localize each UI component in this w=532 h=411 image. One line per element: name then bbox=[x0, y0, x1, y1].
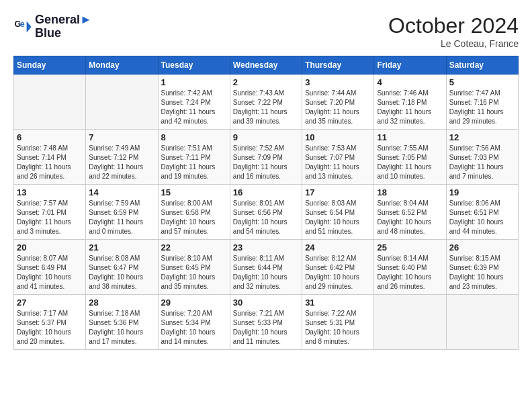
day-info: Sunrise: 7:20 AMSunset: 5:34 PMDaylight:… bbox=[161, 309, 227, 347]
weekday-header: Saturday bbox=[446, 56, 518, 75]
logo-line2: Blue bbox=[35, 27, 92, 40]
day-info: Sunrise: 8:14 AMSunset: 6:40 PMDaylight:… bbox=[377, 254, 443, 291]
calendar-cell: 7Sunrise: 7:49 AMSunset: 7:12 PMDaylight… bbox=[86, 130, 158, 185]
day-info: Sunrise: 8:10 AMSunset: 6:45 PMDaylight:… bbox=[161, 254, 227, 291]
calendar-cell: 31Sunrise: 7:22 AMSunset: 5:31 PMDayligh… bbox=[302, 295, 374, 350]
calendar-cell: 24Sunrise: 8:12 AMSunset: 6:42 PMDayligh… bbox=[302, 240, 374, 295]
day-number: 7 bbox=[89, 132, 154, 142]
day-info: Sunrise: 7:53 AMSunset: 7:07 PMDaylight:… bbox=[305, 144, 371, 181]
day-number: 2 bbox=[233, 77, 299, 87]
calendar-cell: 23Sunrise: 8:11 AMSunset: 6:44 PMDayligh… bbox=[230, 240, 302, 295]
calendar-cell: 20Sunrise: 8:07 AMSunset: 6:49 PMDayligh… bbox=[14, 240, 86, 295]
calendar-cell: 13Sunrise: 7:57 AMSunset: 7:01 PMDayligh… bbox=[14, 185, 86, 240]
calendar-cell: 1Sunrise: 7:42 AMSunset: 7:24 PMDaylight… bbox=[158, 75, 230, 130]
day-number: 12 bbox=[449, 132, 515, 142]
day-info: Sunrise: 8:06 AMSunset: 6:51 PMDaylight:… bbox=[449, 199, 515, 236]
day-info: Sunrise: 7:22 AMSunset: 5:31 PMDaylight:… bbox=[305, 309, 371, 347]
calendar-cell: 28Sunrise: 7:18 AMSunset: 5:36 PMDayligh… bbox=[86, 295, 158, 350]
calendar-cell: 10Sunrise: 7:53 AMSunset: 7:07 PMDayligh… bbox=[302, 130, 374, 185]
calendar-week-row: 1Sunrise: 7:42 AMSunset: 7:24 PMDaylight… bbox=[14, 75, 519, 130]
calendar-week-row: 20Sunrise: 8:07 AMSunset: 6:49 PMDayligh… bbox=[14, 240, 519, 295]
day-info: Sunrise: 7:18 AMSunset: 5:36 PMDaylight:… bbox=[89, 309, 154, 347]
day-info: Sunrise: 7:47 AMSunset: 7:16 PMDaylight:… bbox=[449, 89, 515, 126]
day-info: Sunrise: 7:52 AMSunset: 7:09 PMDaylight:… bbox=[233, 144, 299, 181]
day-number: 16 bbox=[233, 187, 299, 197]
calendar-cell: 18Sunrise: 8:04 AMSunset: 6:52 PMDayligh… bbox=[374, 185, 446, 240]
calendar-week-row: 13Sunrise: 7:57 AMSunset: 7:01 PMDayligh… bbox=[14, 185, 519, 240]
day-info: Sunrise: 7:43 AMSunset: 7:22 PMDaylight:… bbox=[233, 89, 299, 126]
day-number: 11 bbox=[377, 132, 443, 142]
weekday-header: Thursday bbox=[302, 56, 374, 75]
calendar-cell: 22Sunrise: 8:10 AMSunset: 6:45 PMDayligh… bbox=[158, 240, 230, 295]
day-number: 22 bbox=[161, 242, 227, 253]
calendar-cell: 29Sunrise: 7:20 AMSunset: 5:34 PMDayligh… bbox=[158, 295, 230, 350]
day-info: Sunrise: 7:57 AMSunset: 7:01 PMDaylight:… bbox=[17, 199, 83, 236]
day-number: 5 bbox=[449, 77, 515, 87]
day-info: Sunrise: 8:11 AMSunset: 6:44 PMDaylight:… bbox=[233, 254, 299, 291]
title-block: October 2024 Le Coteau, France bbox=[388, 13, 519, 49]
weekday-header: Wednesday bbox=[230, 56, 302, 75]
page-header: G e General► Blue October 2024 Le Coteau… bbox=[13, 13, 519, 49]
calendar-week-row: 6Sunrise: 7:48 AMSunset: 7:14 PMDaylight… bbox=[14, 130, 519, 185]
calendar-cell: 11Sunrise: 7:55 AMSunset: 7:05 PMDayligh… bbox=[374, 130, 446, 185]
calendar-cell: 26Sunrise: 8:15 AMSunset: 6:39 PMDayligh… bbox=[446, 240, 518, 295]
calendar-cell: 8Sunrise: 7:51 AMSunset: 7:11 PMDaylight… bbox=[158, 130, 230, 185]
day-info: Sunrise: 7:49 AMSunset: 7:12 PMDaylight:… bbox=[89, 144, 154, 181]
day-info: Sunrise: 7:55 AMSunset: 7:05 PMDaylight:… bbox=[377, 144, 443, 181]
day-info: Sunrise: 8:07 AMSunset: 6:49 PMDaylight:… bbox=[17, 254, 83, 291]
calendar-cell: 9Sunrise: 7:52 AMSunset: 7:09 PMDaylight… bbox=[230, 130, 302, 185]
logo-line1: General► bbox=[35, 13, 92, 27]
calendar-cell: 27Sunrise: 7:17 AMSunset: 5:37 PMDayligh… bbox=[14, 295, 86, 350]
calendar-cell: 5Sunrise: 7:47 AMSunset: 7:16 PMDaylight… bbox=[446, 75, 518, 130]
day-info: Sunrise: 7:44 AMSunset: 7:20 PMDaylight:… bbox=[305, 89, 371, 126]
weekday-header: Monday bbox=[86, 56, 158, 75]
calendar-week-row: 27Sunrise: 7:17 AMSunset: 5:37 PMDayligh… bbox=[14, 295, 519, 350]
day-info: Sunrise: 7:56 AMSunset: 7:03 PMDaylight:… bbox=[449, 144, 515, 181]
calendar-cell: 14Sunrise: 7:59 AMSunset: 6:59 PMDayligh… bbox=[86, 185, 158, 240]
day-info: Sunrise: 8:03 AMSunset: 6:54 PMDaylight:… bbox=[305, 199, 371, 236]
calendar-cell: 25Sunrise: 8:14 AMSunset: 6:40 PMDayligh… bbox=[374, 240, 446, 295]
calendar-cell bbox=[86, 75, 158, 130]
day-info: Sunrise: 7:17 AMSunset: 5:37 PMDaylight:… bbox=[17, 309, 83, 347]
day-number: 10 bbox=[305, 132, 371, 142]
logo-icon: G e bbox=[13, 17, 32, 36]
day-info: Sunrise: 8:08 AMSunset: 6:47 PMDaylight:… bbox=[89, 254, 154, 291]
calendar-cell: 30Sunrise: 7:21 AMSunset: 5:33 PMDayligh… bbox=[230, 295, 302, 350]
calendar-cell: 17Sunrise: 8:03 AMSunset: 6:54 PMDayligh… bbox=[302, 185, 374, 240]
day-info: Sunrise: 7:46 AMSunset: 7:18 PMDaylight:… bbox=[377, 89, 443, 126]
calendar-cell: 19Sunrise: 8:06 AMSunset: 6:51 PMDayligh… bbox=[446, 185, 518, 240]
weekday-header: Tuesday bbox=[158, 56, 230, 75]
day-info: Sunrise: 7:42 AMSunset: 7:24 PMDaylight:… bbox=[161, 89, 227, 126]
day-number: 20 bbox=[17, 242, 83, 253]
svg-marker-2 bbox=[27, 21, 32, 32]
svg-text:e: e bbox=[20, 19, 25, 29]
calendar-cell: 4Sunrise: 7:46 AMSunset: 7:18 PMDaylight… bbox=[374, 75, 446, 130]
day-number: 13 bbox=[17, 187, 83, 197]
day-number: 9 bbox=[233, 132, 299, 142]
day-info: Sunrise: 8:15 AMSunset: 6:39 PMDaylight:… bbox=[449, 254, 515, 291]
calendar-cell: 15Sunrise: 8:00 AMSunset: 6:58 PMDayligh… bbox=[158, 185, 230, 240]
day-number: 21 bbox=[89, 242, 154, 253]
day-info: Sunrise: 7:48 AMSunset: 7:14 PMDaylight:… bbox=[17, 144, 83, 181]
weekday-header: Friday bbox=[374, 56, 446, 75]
day-info: Sunrise: 8:12 AMSunset: 6:42 PMDaylight:… bbox=[305, 254, 371, 291]
calendar-cell: 16Sunrise: 8:01 AMSunset: 6:56 PMDayligh… bbox=[230, 185, 302, 240]
day-number: 25 bbox=[377, 242, 443, 253]
day-number: 8 bbox=[161, 132, 227, 142]
calendar-cell: 6Sunrise: 7:48 AMSunset: 7:14 PMDaylight… bbox=[14, 130, 86, 185]
day-number: 23 bbox=[233, 242, 299, 253]
day-number: 28 bbox=[89, 298, 154, 308]
day-number: 17 bbox=[305, 187, 371, 197]
calendar-cell: 2Sunrise: 7:43 AMSunset: 7:22 PMDaylight… bbox=[230, 75, 302, 130]
day-number: 1 bbox=[161, 77, 227, 87]
month-title: October 2024 bbox=[388, 13, 519, 38]
day-number: 15 bbox=[161, 187, 227, 197]
day-number: 6 bbox=[17, 132, 83, 142]
day-number: 30 bbox=[233, 298, 299, 308]
calendar-cell bbox=[446, 295, 518, 350]
weekday-header: Sunday bbox=[14, 56, 86, 75]
calendar-cell bbox=[374, 295, 446, 350]
day-info: Sunrise: 7:59 AMSunset: 6:59 PMDaylight:… bbox=[89, 199, 154, 236]
calendar-cell: 12Sunrise: 7:56 AMSunset: 7:03 PMDayligh… bbox=[446, 130, 518, 185]
day-number: 31 bbox=[305, 298, 371, 308]
